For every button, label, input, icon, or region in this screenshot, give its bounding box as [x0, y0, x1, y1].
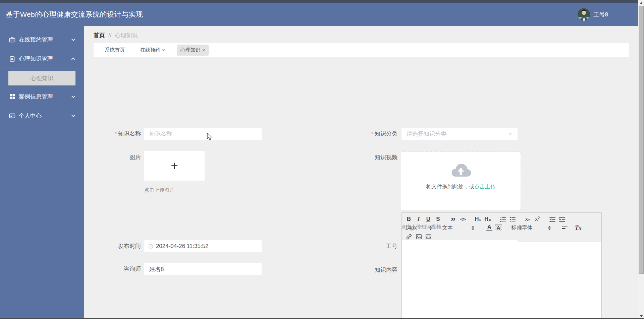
underline-button[interactable]: U — [425, 215, 432, 223]
image-icon[interactable] — [415, 233, 422, 241]
knowledge-form: 知识名称 知识分类 请选择知识分类 图片 + 点击上传图片 知识视频 将文件拖到… — [84, 82, 638, 318]
video-label: 知识视频 — [347, 151, 397, 164]
editor-content-area[interactable] — [401, 242, 602, 318]
sidebar-item-label: 心理知识管理 — [19, 55, 71, 63]
font-family-value: 标准字体 — [511, 225, 533, 232]
clipboard-icon — [9, 56, 15, 62]
rich-text-editor: B I U S ” </> H₁ H₂ — [401, 212, 602, 318]
main-content: 首页 // 心理知识 系统首页 在线预约 × 心理知识 × 知识名称 知识分类 … — [84, 26, 638, 318]
plus-icon: + — [171, 160, 178, 172]
breadcrumb-home[interactable]: 首页 — [94, 31, 105, 39]
knowledge-category-label: 知识分类 — [347, 128, 397, 140]
header1-button[interactable]: H₁ — [474, 215, 482, 223]
sidebar-item-label: 个人中心 — [19, 112, 71, 120]
grid-icon — [9, 93, 15, 100]
video-icon[interactable] — [425, 233, 432, 241]
sidebar-item-knowledge[interactable]: 心理知识 — [8, 71, 75, 85]
font-size-picker[interactable]: 14px — [405, 224, 432, 232]
code-block-button[interactable]: </> — [459, 215, 467, 223]
blockquote-button[interactable]: ” — [449, 215, 457, 223]
clock-icon — [148, 244, 153, 249]
breadcrumb: 首页 // 心理知识 — [94, 31, 638, 39]
app-header: 基于Web的心理健康交流系统的设计与实现 工号8 — [0, 3, 638, 26]
scroll-up-arrow-icon — [640, 2, 643, 4]
header2-button[interactable]: H₂ — [484, 215, 491, 223]
dropzone-upload-link[interactable]: 点击上传 — [474, 184, 496, 189]
job-no-label: 工号 — [347, 240, 397, 252]
font-size-value: 14px — [405, 225, 417, 231]
bold-button[interactable]: B — [405, 215, 413, 223]
id-card-icon — [9, 113, 15, 119]
text-type-value: 文本 — [442, 225, 453, 232]
image-upload-hint: 点击上传图片 — [144, 187, 174, 193]
avatar[interactable] — [578, 8, 590, 21]
upload-cloud-icon — [401, 161, 521, 179]
close-icon[interactable]: × — [162, 47, 165, 53]
link-icon[interactable] — [405, 233, 413, 241]
video-dropzone[interactable]: 将文件拖到此处，或点击上传 — [401, 151, 521, 210]
breadcrumb-separator: // — [108, 32, 111, 39]
tab-online-booking[interactable]: 在线预约 × — [137, 45, 168, 56]
sidebar-item-personal-center[interactable]: 个人中心 — [0, 106, 84, 125]
outdent-icon[interactable] — [549, 215, 556, 223]
chevron-down-icon — [71, 94, 76, 99]
italic-button[interactable]: I — [415, 215, 422, 223]
font-family-picker[interactable]: 标准字体 — [511, 224, 551, 232]
sidebar: 在线预约管理 心理知识管理 心理知识 案例信息管理 — [0, 26, 84, 318]
dropzone-text: 将文件拖到此处，或 — [426, 184, 474, 189]
updown-arrows-icon — [429, 226, 432, 230]
scroll-down-arrow-icon — [640, 315, 643, 317]
image-label: 图片 — [91, 151, 141, 164]
page-scrollbar[interactable] — [638, 0, 644, 319]
chevron-down-icon — [71, 37, 76, 42]
content-label: 知识内容 — [347, 264, 397, 276]
sidebar-item-case-info[interactable]: 案例信息管理 — [0, 87, 84, 106]
scrollbar-thumb[interactable] — [639, 6, 644, 274]
align-icon[interactable] — [561, 224, 568, 232]
consultant-label: 咨询师 — [91, 263, 141, 275]
consultant-input[interactable] — [144, 263, 262, 275]
knowledge-name-input[interactable] — [144, 128, 262, 140]
header-username: 工号8 — [594, 11, 608, 18]
close-icon[interactable]: × — [202, 47, 205, 53]
updown-arrows-icon — [548, 226, 551, 230]
updown-arrows-icon — [472, 226, 474, 230]
tab-system-home[interactable]: 系统首页 — [101, 45, 128, 56]
app-title: 基于Web的心理健康交流系统的设计与实现 — [6, 10, 143, 19]
publish-time-field[interactable] — [144, 240, 262, 252]
sidebar-item-label: 在线预约管理 — [19, 36, 71, 44]
window-top-strip — [0, 0, 644, 3]
sidebar-item-knowledge-mgmt[interactable]: 心理知识管理 — [0, 49, 84, 68]
font-color-button[interactable]: A — [486, 225, 492, 231]
chevron-down-icon — [508, 131, 513, 136]
sidebar-submenu-group: 心理知识 — [0, 68, 84, 87]
indent-icon[interactable] — [558, 215, 566, 223]
chevron-up-icon — [71, 56, 76, 61]
clear-format-button[interactable]: Tx — [575, 224, 582, 232]
scroll-up-button[interactable] — [638, 0, 644, 6]
text-type-picker[interactable]: 文本 — [442, 224, 474, 232]
highlight-color-button[interactable]: A — [495, 225, 502, 231]
tab-knowledge[interactable]: 心理知识 × — [177, 45, 209, 56]
select-placeholder: 请选择知识分类 — [407, 130, 508, 138]
header-user-area[interactable]: 工号8 — [578, 8, 608, 21]
superscript-button[interactable]: x² — [534, 215, 541, 223]
ordered-list-icon[interactable] — [499, 215, 506, 223]
tab-bar: 系统首页 在线预约 × 心理知识 × — [94, 43, 629, 57]
editor-toolbar: B I U S ” </> H₁ H₂ — [401, 212, 602, 242]
tab-label: 心理知识 — [180, 47, 201, 53]
publish-time-input[interactable] — [156, 243, 258, 250]
sidebar-item-online-booking[interactable]: 在线预约管理 — [0, 30, 84, 49]
tab-label: 在线预约 — [140, 47, 160, 53]
briefcase-icon — [9, 37, 15, 43]
publish-time-label: 发布时间 — [91, 240, 141, 252]
image-upload-box[interactable]: + — [144, 151, 205, 181]
strikethrough-button[interactable]: S — [434, 215, 442, 223]
knowledge-name-label: 知识名称 — [91, 128, 141, 140]
sidebar-item-label: 案例信息管理 — [19, 93, 71, 101]
subscript-button[interactable]: x₂ — [524, 215, 531, 223]
chevron-down-icon — [71, 113, 76, 118]
knowledge-category-select[interactable]: 请选择知识分类 — [401, 128, 518, 140]
breadcrumb-current: 心理知识 — [115, 31, 138, 39]
bullet-list-icon[interactable] — [509, 215, 516, 223]
